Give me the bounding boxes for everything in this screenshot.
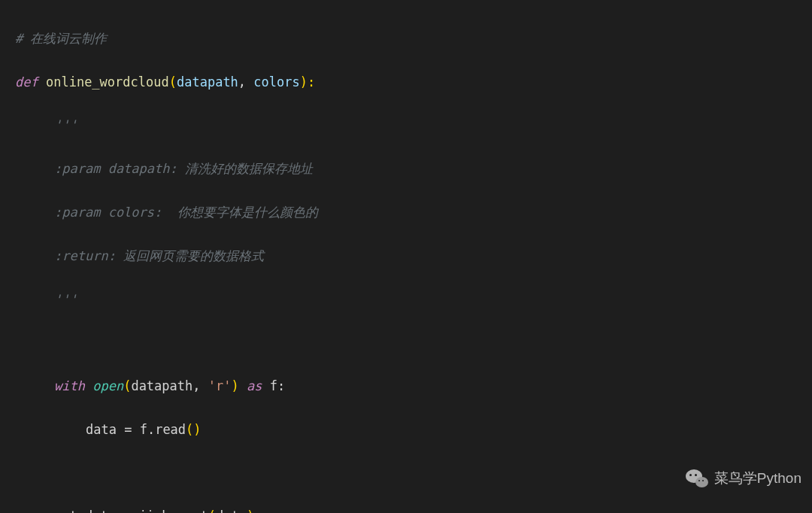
keyword-def: def	[15, 74, 38, 90]
docstring-param2: :param colors:	[54, 205, 177, 220]
comment-line: # 在线词云制作	[15, 31, 107, 46]
jieba-cut: jieba.cut	[139, 508, 208, 513]
arg-datapath: datapath	[131, 378, 192, 393]
docstring-param1-desc: 清洗好的数据保存地址	[185, 161, 313, 176]
docstring-return-desc: 返回网页需要的数据格式	[123, 248, 264, 263]
f-read: f.read	[140, 422, 186, 437]
docstring-return: :return:	[54, 248, 123, 263]
arg-data: data	[216, 508, 247, 513]
keyword-as: as	[239, 378, 270, 393]
code-editor[interactable]: # 在线词云制作 def online_wordcloud(datapath, …	[0, 0, 812, 513]
wechat-icon	[686, 468, 708, 489]
watermark-text: 菜鸟学Python	[714, 466, 801, 490]
function-name: online_wordcloud	[38, 74, 169, 90]
paren-close: ):	[300, 74, 315, 90]
docstring-param1: :param datapath:	[54, 161, 185, 176]
keyword-with: with	[54, 378, 85, 393]
colon: :	[277, 378, 285, 393]
watermark: 菜鸟学Python	[686, 466, 801, 490]
var-cut-data: cut_data	[54, 508, 123, 513]
var-f: f	[270, 378, 277, 393]
paren: )	[247, 508, 254, 513]
comma: ,	[238, 74, 253, 90]
comma: ,	[192, 378, 208, 393]
param-datapath: datapath	[177, 74, 238, 90]
equals: =	[124, 422, 139, 437]
string-r: 'r'	[208, 378, 232, 393]
docstring-close: '''	[54, 292, 77, 307]
docstring-open: '''	[54, 117, 77, 132]
param-colors: colors	[253, 74, 299, 90]
paren: )	[231, 378, 238, 393]
builtin-open: open	[85, 378, 123, 393]
var-data: data	[86, 422, 124, 437]
paren-open: (	[169, 74, 177, 90]
paren: ()	[186, 422, 201, 437]
equals: =	[123, 508, 138, 513]
paren: (	[208, 508, 216, 513]
docstring-param2-desc: 你想要字体是什么颜色的	[177, 205, 318, 220]
paren: (	[123, 378, 131, 393]
